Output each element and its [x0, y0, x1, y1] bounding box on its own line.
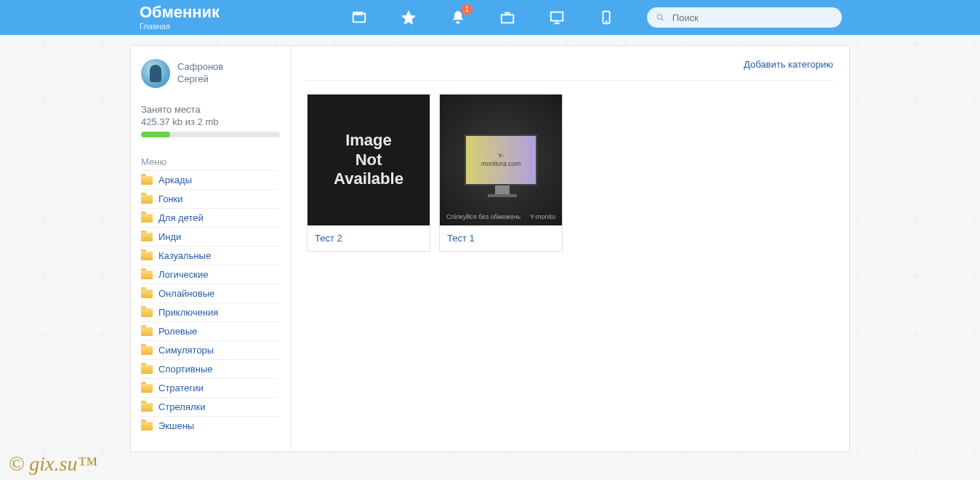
- notification-badge: 1: [461, 4, 473, 15]
- folder-icon: [141, 176, 153, 185]
- sidebar-item[interactable]: Онлайновые: [141, 284, 280, 303]
- storage-value: 425.37 kb из 2 mb: [141, 116, 280, 127]
- mobile-icon[interactable]: [598, 9, 615, 26]
- monitor-caption: Спілкуйся без обмежень Y-monito: [440, 213, 562, 221]
- folder-icon: [141, 252, 153, 260]
- menu-list: Аркады Гонки Для детей Инди Казуальные Л…: [141, 170, 280, 435]
- sidebar-item[interactable]: Инди: [141, 227, 280, 246]
- storage-progress-fill: [141, 132, 170, 137]
- folder-icon: [141, 195, 153, 204]
- svg-rect-2: [502, 15, 514, 23]
- sidebar-item[interactable]: Ролевые: [141, 321, 280, 340]
- sidebar-item-label: Симуляторы: [158, 345, 214, 356]
- sidebar-item[interactable]: Приключения: [141, 303, 280, 321]
- category-card[interactable]: Y-monitora.com Спілкуйся без обмежень Y-…: [439, 94, 563, 252]
- add-category-link[interactable]: Добавить категорию: [744, 59, 833, 70]
- card-thumbnail: Y-monitora.com Спілкуйся без обмежень Y-…: [440, 95, 562, 225]
- nav-icons: 1: [350, 9, 615, 26]
- folder-icon: [141, 271, 153, 279]
- profile-name: Сафронов Сергей: [177, 61, 223, 86]
- watermark: © gix.su™: [9, 452, 97, 476]
- sidebar-item-label: Инди: [158, 231, 181, 242]
- search-icon: [656, 12, 665, 23]
- main-toolbar: Добавить категорию: [307, 59, 833, 81]
- avatar: [141, 59, 170, 88]
- star-icon[interactable]: [400, 9, 417, 26]
- search-input[interactable]: [672, 12, 833, 23]
- profile-last-name: Сергей: [177, 73, 223, 86]
- sidebar-item[interactable]: Аркады: [141, 170, 280, 189]
- card-thumbnail: ImageNotAvailable: [308, 95, 430, 225]
- card-grid: ImageNotAvailable Тест 2 Y-monitora.com …: [307, 94, 833, 252]
- sidebar-item-label: Приключения: [158, 307, 218, 318]
- svg-line-10: [662, 19, 664, 21]
- card-title: Тест 1: [440, 225, 562, 251]
- folder-icon: [141, 327, 153, 336]
- sidebar-item-label: Для детей: [158, 212, 204, 223]
- sidebar-item[interactable]: Для детей: [141, 208, 280, 227]
- sidebar-item-label: Стратегии: [158, 383, 204, 393]
- sidebar-item-label: Онлайновые: [158, 288, 214, 299]
- folder-icon: [141, 365, 153, 374]
- folder-icon: [141, 403, 153, 412]
- monitor-icon[interactable]: [548, 9, 566, 26]
- sidebar-item-label: Спортивные: [158, 364, 212, 375]
- svg-point-8: [606, 21, 607, 23]
- folder-icon: [141, 384, 153, 393]
- bell-icon[interactable]: 1: [449, 9, 467, 26]
- top-navbar: Обменник Главная 1: [0, 0, 980, 35]
- sidebar-item[interactable]: Стрелялки: [141, 397, 280, 416]
- sidebar-item-label: Экшены: [158, 420, 194, 431]
- search-bar[interactable]: [647, 7, 842, 28]
- sidebar-item[interactable]: Казуальные: [141, 246, 280, 265]
- folder-icon: [141, 346, 153, 355]
- folder-icon: [141, 214, 153, 223]
- sidebar-item[interactable]: Симуляторы: [141, 340, 280, 359]
- svg-rect-3: [505, 13, 510, 15]
- sidebar-item[interactable]: Логические: [141, 265, 280, 284]
- storage-label: Занято места: [141, 104, 280, 115]
- svg-point-9: [657, 15, 662, 19]
- storage-block: Занято места 425.37 kb из 2 mb: [141, 104, 280, 137]
- main-area: Добавить категорию ImageNotAvailable Тес…: [291, 46, 849, 452]
- svg-rect-4: [551, 12, 563, 21]
- sidebar-item[interactable]: Экшены: [141, 416, 280, 435]
- folder-icon: [141, 289, 153, 298]
- folder-icon: [141, 233, 153, 241]
- menu-title: Меню: [141, 156, 280, 167]
- sidebar-item[interactable]: Спортивные: [141, 359, 280, 378]
- storage-progress: [141, 132, 280, 137]
- monitor-screen-text: Y-monitora.com: [481, 152, 521, 168]
- sidebar-item[interactable]: Стратегии: [141, 378, 280, 397]
- sidebar-item-label: Гонки: [158, 193, 183, 204]
- card-title: Тест 2: [308, 225, 430, 251]
- sidebar-item-label: Стрелялки: [158, 401, 206, 412]
- category-card[interactable]: ImageNotAvailable Тест 2: [307, 94, 430, 252]
- profile-first-name: Сафронов: [177, 61, 223, 73]
- svg-rect-1: [353, 12, 363, 15]
- sidebar-item-label: Логические: [158, 269, 208, 280]
- page-container: Сафронов Сергей Занято места 425.37 kb и…: [130, 45, 850, 452]
- sidebar-item-label: Ролевые: [158, 326, 197, 337]
- image-not-available-text: ImageNotAvailable: [334, 131, 403, 188]
- brand-subtitle: Главная: [140, 22, 220, 31]
- sidebar-item-label: Аркады: [158, 175, 192, 185]
- folder-icon: [141, 308, 153, 317]
- brand-title: Обменник: [140, 4, 220, 20]
- sidebar: Сафронов Сергей Занято места 425.37 kb и…: [131, 46, 291, 452]
- wallet-icon[interactable]: [350, 9, 368, 26]
- sidebar-item-label: Казуальные: [158, 250, 211, 261]
- briefcase-icon[interactable]: [499, 9, 516, 26]
- profile-block[interactable]: Сафронов Сергей: [141, 59, 280, 88]
- folder-icon: [141, 422, 153, 431]
- sidebar-item[interactable]: Гонки: [141, 189, 280, 208]
- monitor-graphic: Y-monitora.com: [465, 135, 537, 185]
- brand[interactable]: Обменник Главная: [140, 4, 220, 31]
